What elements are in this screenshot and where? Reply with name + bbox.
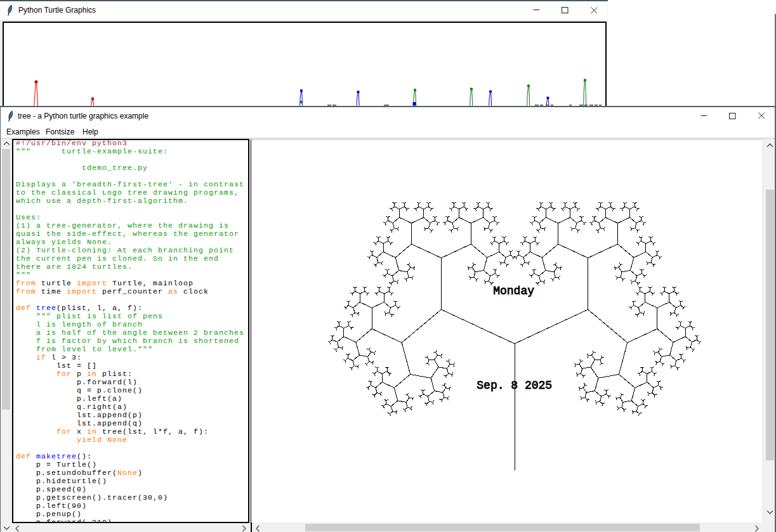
svg-text:Sep. 8 2025: Sep. 8 2025 <box>477 379 552 392</box>
svg-text:Monday: Monday <box>493 285 534 297</box>
